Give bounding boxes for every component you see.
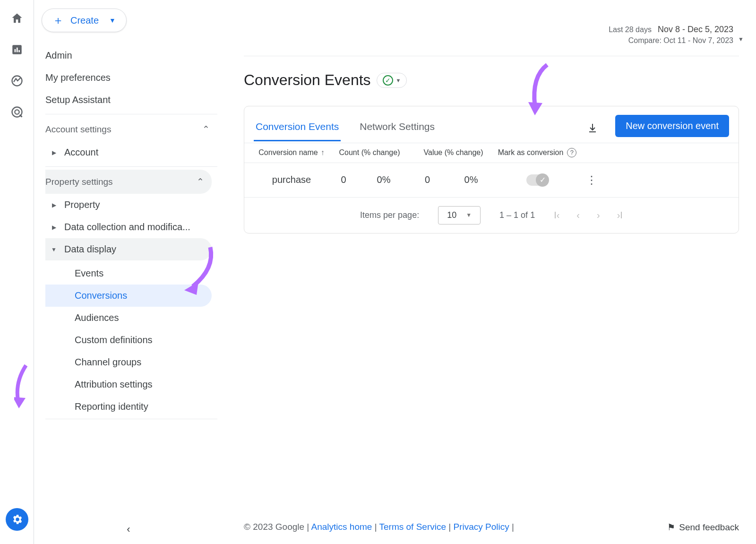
send-feedback-button[interactable]: ⚑ Send feedback bbox=[667, 522, 739, 533]
chevron-down-icon: ▼ bbox=[396, 78, 401, 83]
conversions-card: Conversion Events Network Settings New c… bbox=[244, 106, 739, 233]
items-per-page-select[interactable]: 10 ▼ bbox=[438, 206, 481, 225]
nav-data-collection[interactable]: ▶ Data collection and modifica... bbox=[45, 216, 217, 238]
chevron-down-icon: ▼ bbox=[109, 17, 116, 24]
reports-icon[interactable] bbox=[10, 43, 24, 57]
next-page-button[interactable]: › bbox=[597, 210, 600, 221]
date-range-picker[interactable]: Last 28 days Nov 8 - Dec 5, 2023 Compare… bbox=[609, 25, 733, 45]
pagination: Items per page: 10 ▼ 1 – 1 of 1 I‹ ‹ › ›… bbox=[244, 198, 739, 233]
date-compare: Compare: Oct 11 - Nov 7, 2023 bbox=[609, 36, 733, 45]
svg-rect-3 bbox=[18, 50, 20, 52]
cell-count: 0 bbox=[329, 174, 358, 185]
caret-right-icon: ▶ bbox=[51, 224, 57, 231]
mark-conversion-toggle[interactable] bbox=[526, 174, 548, 186]
cell-name: purchase bbox=[254, 174, 329, 185]
nav-setup-assistant[interactable]: Setup Assistant bbox=[45, 89, 217, 111]
divider bbox=[45, 166, 217, 167]
feedback-icon: ⚑ bbox=[667, 522, 675, 533]
chevron-down-icon: ▼ bbox=[466, 212, 472, 218]
chevron-down-icon: ▼ bbox=[738, 36, 744, 43]
svg-rect-1 bbox=[14, 49, 16, 52]
nav-custom-definitions[interactable]: Custom definitions bbox=[45, 329, 212, 351]
svg-rect-2 bbox=[16, 48, 17, 52]
title-status-chip[interactable]: ✓ ▼ bbox=[377, 73, 407, 88]
explore-icon[interactable] bbox=[10, 74, 24, 88]
help-icon[interactable]: ? bbox=[567, 148, 576, 157]
col-value[interactable]: Value (% change) bbox=[410, 148, 497, 158]
create-button[interactable]: ＋ Create ▼ bbox=[42, 9, 127, 32]
nav-admin[interactable]: Admin bbox=[45, 44, 217, 67]
nav-my-preferences[interactable]: My preferences bbox=[45, 67, 217, 89]
nav-events[interactable]: Events bbox=[45, 262, 212, 285]
nav-property[interactable]: ▶ Property bbox=[45, 194, 217, 216]
divider bbox=[244, 56, 739, 56]
cell-value: 0 bbox=[410, 174, 445, 185]
nav-conversions[interactable]: Conversions bbox=[45, 285, 212, 307]
admin-sidebar: ＋ Create ▼ Admin My preferences Setup As… bbox=[34, 0, 223, 544]
collapse-sidebar-button[interactable]: ‹ bbox=[127, 523, 130, 535]
tab-conversion-events[interactable]: Conversion Events bbox=[254, 117, 341, 141]
cell-count-pct: 0% bbox=[358, 174, 410, 185]
col-count[interactable]: Count (% change) bbox=[329, 148, 410, 158]
nav-data-display[interactable]: ▼ Data display bbox=[45, 238, 212, 260]
sort-arrow-icon[interactable]: ↑ bbox=[321, 148, 325, 158]
link-terms[interactable]: Terms of Service bbox=[379, 522, 446, 532]
chevron-up-icon: ⌃ bbox=[202, 124, 210, 135]
cell-value-pct: 0% bbox=[445, 174, 497, 185]
check-circle-icon: ✓ bbox=[383, 75, 393, 86]
prev-page-button[interactable]: ‹ bbox=[576, 210, 580, 221]
date-range-value: Nov 8 - Dec 5, 2023 bbox=[658, 25, 733, 34]
admin-settings-button[interactable] bbox=[6, 508, 28, 531]
plus-icon: ＋ bbox=[52, 13, 64, 28]
first-page-button[interactable]: I‹ bbox=[554, 210, 559, 221]
icon-rail bbox=[0, 0, 34, 544]
download-icon[interactable] bbox=[587, 122, 598, 136]
data-display-children: Events Conversions Audiences Custom defi… bbox=[45, 262, 217, 418]
caret-down-icon: ▼ bbox=[51, 246, 57, 253]
items-per-page-label: Items per page: bbox=[360, 210, 419, 220]
main-content: Last 28 days Nov 8 - Dec 5, 2023 Compare… bbox=[223, 0, 756, 544]
home-icon[interactable] bbox=[10, 11, 24, 26]
nav-reporting-identity[interactable]: Reporting identity bbox=[45, 396, 212, 418]
date-range-label: Last 28 days bbox=[609, 26, 652, 34]
advertising-icon[interactable] bbox=[10, 105, 24, 119]
page-title: Conversion Events bbox=[244, 71, 371, 89]
last-page-button[interactable]: ›I bbox=[617, 210, 623, 221]
caret-right-icon: ▶ bbox=[51, 149, 57, 156]
nav-attribution-settings[interactable]: Attribution settings bbox=[45, 373, 212, 396]
divider bbox=[45, 114, 217, 114]
tab-network-settings[interactable]: Network Settings bbox=[358, 117, 437, 141]
table-row: purchase 0 0% 0 0% ⋮ bbox=[244, 163, 739, 198]
col-conversion-name[interactable]: Conversion name bbox=[258, 148, 318, 158]
new-conversion-event-button[interactable]: New conversion event bbox=[615, 115, 729, 137]
nav-audiences[interactable]: Audiences bbox=[45, 307, 212, 329]
chevron-up-icon: ⌃ bbox=[197, 176, 204, 187]
property-settings-section[interactable]: Property settings ⌃ bbox=[45, 170, 212, 194]
link-analytics-home[interactable]: Analytics home bbox=[311, 522, 372, 532]
footer: © 2023 Google | Analytics home | Terms o… bbox=[244, 522, 739, 533]
link-privacy[interactable]: Privacy Policy bbox=[454, 522, 509, 532]
row-more-menu[interactable]: ⋮ bbox=[577, 173, 606, 187]
caret-right-icon: ▶ bbox=[51, 202, 57, 208]
divider bbox=[45, 419, 217, 419]
nav-account[interactable]: ▶ Account bbox=[45, 141, 217, 164]
col-mark-conversion: Mark as conversion bbox=[498, 148, 564, 158]
create-label: Create bbox=[70, 15, 99, 26]
nav-channel-groups[interactable]: Channel groups bbox=[45, 351, 212, 373]
svg-point-6 bbox=[15, 110, 19, 114]
account-settings-section[interactable]: Account settings ⌃ bbox=[45, 117, 217, 141]
copyright: © 2023 Google bbox=[244, 522, 304, 532]
page-range: 1 – 1 of 1 bbox=[499, 210, 535, 220]
table-header: Conversion name ↑ Count (% change) Value… bbox=[244, 143, 739, 163]
